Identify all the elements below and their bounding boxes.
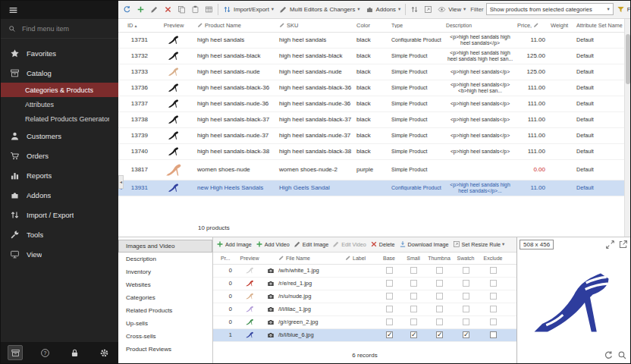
sidebar-item-orders[interactable]: Orders (1, 146, 118, 165)
thumb-checkbox[interactable] (436, 331, 443, 338)
product-row[interactable]: 13738high heel sandals-black-37high heel… (118, 112, 630, 128)
import-export-menu[interactable]: Import/Export ▾ (221, 2, 276, 16)
edit-video-button[interactable]: Edit Video (331, 238, 368, 250)
tab-cross-sells[interactable]: Cross-sells (118, 330, 212, 343)
col-id[interactable]: ID▴ (126, 22, 152, 29)
category-filter-select[interactable]: Show products from selected categories ▾ (486, 3, 614, 15)
image-row[interactable]: 0/g/r/green_2.jpg (213, 316, 516, 329)
col-product-name[interactable]: Product Name (196, 22, 278, 29)
image-row[interactable]: 0/n/u/nude.jpg (213, 290, 516, 303)
image-row[interactable]: 1/b/l/blue_6.jpg (213, 329, 516, 342)
gear-button[interactable] (96, 345, 111, 360)
image-row[interactable]: 0/w/h/white_1.jpg (213, 265, 516, 278)
image-row[interactable]: 0/l/i/lilac_1.jpg (213, 303, 516, 316)
base-checkbox[interactable] (386, 318, 393, 325)
base-checkbox[interactable] (386, 331, 393, 338)
product-row[interactable]: ▸13931new High Heels SandalsHigh Geels S… (118, 180, 630, 196)
sidebar-item-tools[interactable]: Tools (1, 224, 118, 244)
paste-button[interactable] (189, 2, 202, 16)
edit-product-button[interactable] (148, 2, 161, 16)
sidebar-item-attributes[interactable]: Attributes (1, 97, 118, 111)
base-checkbox[interactable] (386, 306, 393, 312)
product-row[interactable]: 13733high heel sandals-nudehigh heel san… (118, 64, 630, 80)
col-small[interactable]: Small (401, 256, 425, 261)
sidebar-item-addons[interactable]: Addons (1, 185, 118, 205)
col-preview[interactable]: Preview (234, 256, 265, 261)
addons-menu[interactable]: Addons ▾ (363, 2, 403, 16)
edit-image-button[interactable]: Edit Image (292, 238, 330, 250)
col-swatch[interactable]: Swatch (453, 256, 479, 261)
col-color[interactable]: Color (355, 22, 390, 29)
exclude-checkbox[interactable] (490, 306, 497, 312)
hamburger-menu-icon[interactable] (8, 5, 18, 15)
refresh-button[interactable] (121, 2, 133, 16)
small-checkbox[interactable] (410, 306, 417, 312)
copy-button[interactable] (175, 2, 188, 16)
col-sku[interactable]: SKU (278, 22, 355, 29)
swatch-checkbox[interactable] (463, 331, 469, 338)
add-product-button[interactable] (134, 2, 147, 16)
sidebar-item-catalog[interactable]: Catalog (1, 63, 118, 83)
small-checkbox[interactable] (410, 267, 417, 274)
sidebar-item-import-export[interactable]: Import / Export (1, 205, 118, 224)
product-row[interactable]: 13739high heel sandals-nude-37high heel … (118, 128, 630, 144)
exclude-checkbox[interactable] (490, 293, 497, 300)
small-checkbox[interactable] (410, 293, 417, 300)
collapse-panel-arrow[interactable]: ◂ (118, 175, 124, 189)
product-row[interactable]: 13732high heel sandals-blackhigh heel sa… (118, 49, 630, 64)
download-image-button[interactable]: Download Image (397, 238, 450, 250)
exclude-checkbox[interactable] (490, 318, 497, 325)
thumb-checkbox[interactable] (436, 306, 443, 312)
vertical-scrollbar[interactable] (624, 19, 630, 237)
col-type[interactable]: Type (390, 23, 444, 28)
open-external-button[interactable] (618, 240, 628, 249)
exclude-checkbox[interactable] (490, 280, 497, 287)
rotate-button[interactable] (604, 350, 614, 360)
sidebar-item-view[interactable]: View (1, 244, 118, 264)
product-row[interactable]: 13817women shoes-nudewomen shoes-nude-2p… (118, 160, 630, 180)
small-checkbox[interactable] (410, 331, 417, 338)
col-file-name[interactable]: File Name (277, 255, 344, 261)
exclude-checkbox[interactable] (490, 331, 497, 338)
fullscreen-button[interactable] (605, 240, 615, 249)
scrollbar-thumb[interactable] (626, 34, 630, 84)
swatch-checkbox[interactable] (463, 293, 469, 300)
tab-related-products[interactable]: Related Products (118, 304, 212, 317)
product-row[interactable]: 13736high heel sandals-black-36high heel… (118, 80, 630, 96)
swatch-checkbox[interactable] (463, 267, 469, 274)
sidebar-item-customers[interactable]: Customers (1, 126, 118, 146)
delete-image-button[interactable]: Delete (369, 238, 397, 250)
col-base[interactable]: Base (377, 256, 401, 261)
tab-images-and-video[interactable]: Images and Video (118, 240, 212, 253)
add-video-button[interactable]: Add Video (254, 238, 291, 250)
tab-description[interactable]: Description (118, 253, 212, 265)
sort-rows-button[interactable] (408, 2, 421, 16)
col-thumbnail[interactable]: Thumbna (425, 256, 453, 261)
base-checkbox[interactable] (386, 280, 393, 287)
columns-button[interactable] (202, 2, 215, 16)
thumb-checkbox[interactable] (436, 318, 443, 325)
col-attribute-set[interactable]: Attribute Set Name (575, 22, 625, 29)
sidebar-item-related-products-generator[interactable]: Related Products Generator (1, 111, 118, 126)
small-checkbox[interactable] (410, 280, 417, 287)
tab-product-reviews[interactable]: Product Reviews (118, 343, 212, 356)
sidebar-item-favorites[interactable]: Favorites (1, 43, 118, 63)
sidebar-item-categories-products[interactable]: Categories & Products (1, 83, 118, 97)
base-checkbox[interactable] (386, 267, 393, 274)
tab-categories[interactable]: Categories (118, 291, 212, 304)
col-exclude[interactable]: Exclude (479, 256, 507, 261)
col-preview[interactable]: Preview (152, 22, 196, 29)
lock-button[interactable] (67, 345, 82, 360)
help-button[interactable]: ? (37, 345, 52, 360)
col-label[interactable]: Label (344, 255, 377, 261)
base-checkbox[interactable] (386, 293, 393, 300)
view-menu[interactable]: View ▾ (435, 2, 468, 16)
col-description[interactable]: Description (444, 23, 516, 29)
swatch-checkbox[interactable] (463, 318, 469, 325)
tab-websites[interactable]: Websites (118, 278, 212, 291)
tab-up-sells[interactable]: Up-sells (118, 317, 212, 330)
col-price[interactable]: Price, (516, 22, 549, 29)
archive-button[interactable] (8, 345, 23, 360)
set-resize-rule-menu[interactable]: Set Resize Rule▾ (451, 238, 507, 250)
col-weight[interactable]: Weight (549, 22, 575, 29)
